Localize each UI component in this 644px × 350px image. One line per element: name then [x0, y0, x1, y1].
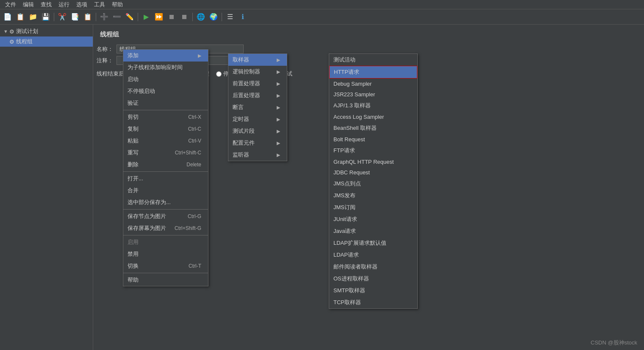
- toolbar-new[interactable]: 📄: [2, 11, 14, 23]
- toolbar-cut[interactable]: ✂️: [56, 11, 68, 23]
- sampler-jms-point[interactable]: JMS点到点: [329, 178, 417, 190]
- sampler-jsr223[interactable]: JSR223 Sampler: [329, 89, 417, 100]
- toolbar-paste[interactable]: 📋: [82, 11, 94, 23]
- sampler-mail-reader[interactable]: 邮件阅读者取样器: [329, 261, 417, 273]
- sampler-ldap-default-label: LDAP扩展请求默认值: [333, 239, 386, 247]
- toolbar-stop[interactable]: ⏹: [166, 11, 178, 23]
- ctx-verify[interactable]: 验证: [123, 97, 208, 109]
- toolbar-remote[interactable]: 🌐: [195, 11, 207, 23]
- ctx-open[interactable]: 打开...: [123, 173, 208, 185]
- sampler-ldap[interactable]: LDAP请求: [329, 249, 417, 261]
- menu-run[interactable]: 运行: [55, 0, 73, 9]
- ctx-save-screen-img-label: 保存屏幕为图片: [128, 224, 166, 232]
- sampler-debug[interactable]: Debug Sampler: [329, 78, 417, 89]
- sampler-jms-subscribe[interactable]: JMS订阅: [329, 202, 417, 213]
- toolbar-play[interactable]: ▶: [140, 11, 152, 23]
- panel-header: 线程组: [97, 28, 641, 41]
- sampler-http-request[interactable]: HTTP请求: [329, 66, 417, 78]
- ctx-merge[interactable]: 合并: [123, 185, 208, 196]
- submenu-post-processor[interactable]: 后置处理器 ▶: [228, 90, 287, 101]
- submenu-config-element[interactable]: 配置元件 ▶: [228, 137, 287, 149]
- toolbar-collapse[interactable]: ➖: [111, 11, 123, 23]
- ctx-rewrite-label: 重写: [128, 149, 139, 157]
- menu-help[interactable]: 帮助: [108, 0, 126, 9]
- toolbar-template[interactable]: 📋: [14, 11, 26, 23]
- sampler-graphql[interactable]: GraphQL HTTP Request: [329, 157, 417, 167]
- sampler-bolt[interactable]: Bolt Request: [329, 134, 417, 145]
- toolbar-remote2[interactable]: 🌍: [208, 11, 219, 23]
- ctx-save-selection[interactable]: 选中部分保存为...: [123, 196, 208, 208]
- ctx-save-screen-img[interactable]: 保存屏幕为图片 Ctrl+Shift-G: [123, 222, 208, 234]
- sampler-ftp[interactable]: FTP请求: [329, 145, 417, 157]
- sampler-jdbc[interactable]: JDBC Request: [329, 167, 417, 178]
- submenu-assertion-arrow: ▶: [277, 105, 280, 110]
- submenu-logic-controller[interactable]: 逻辑控制器 ▶: [228, 66, 287, 78]
- sampler-beanshell-label: BeanShell 取样器: [333, 124, 377, 132]
- toolbar-draw[interactable]: ✏️: [124, 11, 136, 23]
- sampler-java-label: Java请求: [333, 227, 356, 235]
- ctx-help[interactable]: 帮助: [123, 274, 208, 286]
- sampler-graphql-label: GraphQL HTTP Request: [333, 159, 394, 165]
- sampler-beanshell[interactable]: BeanShell 取样器: [329, 122, 417, 134]
- sampler-access-log[interactable]: Access Log Sampler: [329, 112, 417, 122]
- sampler-ldap-default[interactable]: LDAP扩展请求默认值: [329, 237, 417, 249]
- tree-child-icon: ⚙: [9, 39, 14, 45]
- content-area: 线程组 名称： 注释： 线程结束后执行操作： 继续 停止线程 停止测试: [93, 25, 644, 350]
- submenu-test-fragment[interactable]: 测试片段 ▶: [228, 125, 287, 137]
- ctx-add[interactable]: 添加 ▶: [123, 50, 208, 62]
- sampler-smtp[interactable]: SMTP取样器: [329, 285, 417, 297]
- ctx-paste[interactable]: 粘贴 Ctrl-V: [123, 135, 208, 147]
- sampler-jms-subscribe-label: JMS订阅: [333, 204, 355, 211]
- sampler-java[interactable]: Java请求: [329, 225, 417, 237]
- toolbar-info[interactable]: ℹ: [237, 11, 249, 23]
- toolbar-open[interactable]: 📁: [27, 11, 39, 23]
- ctx-toggle-label: 切换: [128, 262, 139, 270]
- ctx-start-no-pause[interactable]: 不停顿启动: [123, 85, 208, 97]
- ctx-start[interactable]: 启动: [123, 73, 208, 85]
- sampler-test-activity[interactable]: 测试活动: [329, 54, 417, 66]
- submenu-config-element-label: 配置元件: [233, 139, 255, 147]
- sampler-tcp-label: TCP取样器: [333, 299, 361, 306]
- ctx-copy[interactable]: 复制 Ctrl-C: [123, 123, 208, 135]
- sampler-os-process[interactable]: OS进程取样器: [329, 273, 417, 285]
- submenu-assertion[interactable]: 断言 ▶: [228, 101, 287, 113]
- toolbar-expand[interactable]: ➕: [98, 11, 110, 23]
- sampler-test-activity-label: 测试活动: [333, 56, 355, 64]
- sampler-ldap-label: LDAP请求: [333, 251, 359, 259]
- submenu-timer[interactable]: 定时器 ▶: [228, 113, 287, 125]
- menu-find[interactable]: 查找: [37, 0, 55, 9]
- sampler-ajp[interactable]: AJP/1.3 取样器: [329, 100, 417, 112]
- tree-thread-group[interactable]: ⚙ 线程组: [0, 36, 93, 47]
- sampler-junit[interactable]: JUnit请求: [329, 213, 417, 225]
- ctx-delete[interactable]: 删除 Delete: [123, 159, 208, 171]
- toolbar-stop-all[interactable]: ⏹: [178, 11, 190, 23]
- submenu-sampler[interactable]: 取样器 ▶: [228, 54, 287, 66]
- sampler-jms-publish[interactable]: JMS发布: [329, 190, 417, 202]
- ctx-cut-label: 剪切: [128, 113, 139, 121]
- toolbar-save[interactable]: 💾: [40, 11, 52, 23]
- ctx-disable[interactable]: 禁用: [123, 248, 208, 260]
- toolbar-play-no-pause[interactable]: ⏩: [153, 11, 165, 23]
- menu-tools[interactable]: 工具: [91, 0, 108, 9]
- radio-stop-test-input[interactable]: [216, 71, 222, 77]
- ctx-toggle[interactable]: 切换 Ctrl-T: [123, 260, 208, 272]
- ctx-save-node-img[interactable]: 保存节点为图片 Ctrl-G: [123, 210, 208, 222]
- ctx-sep4: [123, 235, 208, 235]
- ctx-cut[interactable]: 剪切 Ctrl-X: [123, 111, 208, 123]
- submenu-listener[interactable]: 监听器 ▶: [228, 149, 287, 161]
- toolbar-list[interactable]: ☰: [224, 11, 236, 23]
- ctx-paste-shortcut: Ctrl-V: [188, 138, 201, 144]
- sampler-mail-reader-label: 邮件阅读者取样器: [333, 263, 378, 271]
- menu-file[interactable]: 文件: [2, 0, 19, 9]
- ctx-enable-label: 启用: [128, 238, 139, 246]
- menu-options[interactable]: 选项: [73, 0, 91, 9]
- submenu-pre-processor[interactable]: 前置处理器 ▶: [228, 78, 287, 90]
- ctx-add-response-time[interactable]: 为子线程添加响应时间: [123, 62, 208, 73]
- toolbar-copy[interactable]: 📑: [69, 11, 81, 23]
- submenu-sampler-label: 取样器: [233, 56, 249, 64]
- ctx-rewrite[interactable]: 重写 Ctrl+Shift-C: [123, 147, 208, 159]
- ctx-open-label: 打开...: [128, 175, 143, 182]
- tree-root[interactable]: ▼ ⚙ 测试计划: [0, 26, 93, 36]
- menu-edit[interactable]: 编辑: [19, 0, 37, 9]
- sampler-tcp[interactable]: TCP取样器: [329, 297, 417, 308]
